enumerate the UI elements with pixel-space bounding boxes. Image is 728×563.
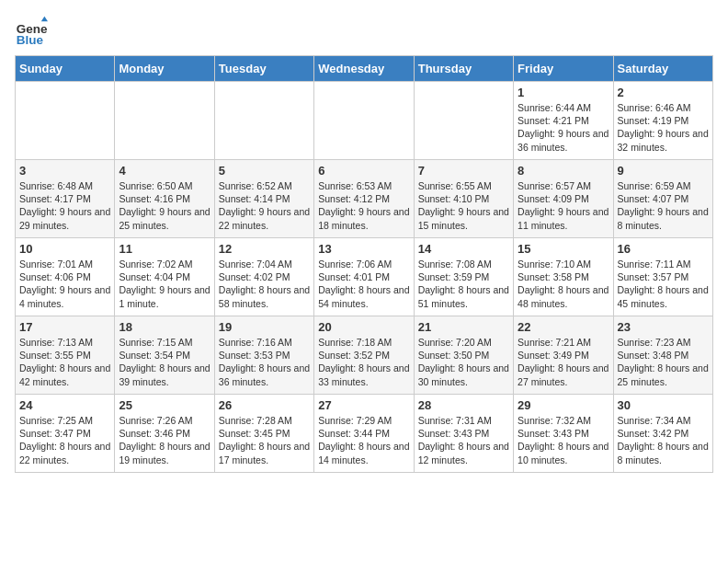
calendar-cell	[414, 82, 513, 160]
calendar-cell: 4Sunrise: 6:50 AM Sunset: 4:16 PM Daylig…	[115, 160, 214, 238]
day-number: 5	[219, 164, 310, 178]
calendar-table: SundayMondayTuesdayWednesdayThursdayFrid…	[15, 55, 713, 473]
day-number: 4	[119, 164, 210, 178]
calendar-body: 1Sunrise: 6:44 AM Sunset: 4:21 PM Daylig…	[16, 82, 713, 473]
day-number: 24	[19, 398, 110, 412]
day-info: Sunrise: 6:57 AM Sunset: 4:09 PM Dayligh…	[518, 179, 609, 232]
day-number: 19	[219, 320, 310, 334]
day-number: 18	[119, 320, 210, 334]
svg-text:Blue: Blue	[17, 33, 44, 47]
day-info: Sunrise: 6:55 AM Sunset: 4:10 PM Dayligh…	[418, 179, 509, 232]
calendar-cell	[314, 82, 414, 160]
calendar-cell: 23Sunrise: 7:23 AM Sunset: 3:48 PM Dayli…	[613, 316, 712, 395]
day-number: 25	[119, 398, 210, 412]
day-number: 20	[318, 320, 409, 334]
day-info: Sunrise: 7:10 AM Sunset: 3:58 PM Dayligh…	[518, 258, 609, 310]
day-number: 12	[219, 242, 310, 256]
day-info: Sunrise: 6:50 AM Sunset: 4:16 PM Dayligh…	[119, 179, 210, 232]
day-info: Sunrise: 7:20 AM Sunset: 3:50 PM Dayligh…	[418, 336, 509, 388]
day-info: Sunrise: 7:32 AM Sunset: 3:43 PM Dayligh…	[518, 414, 609, 466]
day-info: Sunrise: 7:02 AM Sunset: 4:04 PM Dayligh…	[119, 258, 210, 310]
calendar-cell: 30Sunrise: 7:34 AM Sunset: 3:42 PM Dayli…	[613, 395, 712, 473]
day-number: 27	[318, 398, 409, 412]
week-row-3: 10Sunrise: 7:01 AM Sunset: 4:06 PM Dayli…	[16, 238, 713, 316]
calendar-cell: 9Sunrise: 6:59 AM Sunset: 4:07 PM Daylig…	[613, 160, 712, 238]
logo-icon: General Blue	[15, 15, 48, 48]
day-info: Sunrise: 6:52 AM Sunset: 4:14 PM Dayligh…	[219, 179, 310, 232]
day-info: Sunrise: 7:26 AM Sunset: 3:46 PM Dayligh…	[119, 414, 210, 466]
calendar-cell	[16, 82, 115, 160]
day-number: 6	[318, 164, 409, 178]
calendar-cell: 21Sunrise: 7:20 AM Sunset: 3:50 PM Dayli…	[414, 316, 513, 395]
day-number: 1	[518, 86, 609, 99]
day-info: Sunrise: 7:13 AM Sunset: 3:55 PM Dayligh…	[19, 336, 110, 388]
day-info: Sunrise: 7:31 AM Sunset: 3:43 PM Dayligh…	[418, 414, 509, 466]
day-number: 8	[518, 164, 609, 178]
day-info: Sunrise: 7:29 AM Sunset: 3:44 PM Dayligh…	[318, 414, 409, 466]
day-info: Sunrise: 7:28 AM Sunset: 3:45 PM Dayligh…	[219, 414, 310, 466]
day-number: 2	[618, 86, 709, 99]
weekday-header-friday: Friday	[514, 56, 613, 82]
day-number: 14	[418, 242, 509, 256]
calendar-cell	[214, 82, 313, 160]
day-number: 16	[618, 242, 709, 256]
day-number: 10	[19, 242, 110, 256]
day-info: Sunrise: 7:04 AM Sunset: 4:02 PM Dayligh…	[219, 258, 310, 310]
day-info: Sunrise: 6:44 AM Sunset: 4:21 PM Dayligh…	[518, 101, 609, 154]
day-info: Sunrise: 6:53 AM Sunset: 4:12 PM Dayligh…	[318, 179, 409, 232]
logo: General Blue	[15, 15, 48, 48]
day-number: 17	[19, 320, 110, 334]
day-info: Sunrise: 7:15 AM Sunset: 3:54 PM Dayligh…	[119, 336, 210, 388]
day-info: Sunrise: 7:06 AM Sunset: 4:01 PM Dayligh…	[318, 258, 409, 310]
calendar-cell: 1Sunrise: 6:44 AM Sunset: 4:21 PM Daylig…	[514, 82, 613, 160]
day-info: Sunrise: 7:23 AM Sunset: 3:48 PM Dayligh…	[618, 336, 709, 388]
day-number: 9	[618, 164, 709, 178]
calendar-cell: 12Sunrise: 7:04 AM Sunset: 4:02 PM Dayli…	[214, 238, 313, 316]
day-number: 23	[618, 320, 709, 334]
day-info: Sunrise: 7:21 AM Sunset: 3:49 PM Dayligh…	[518, 336, 609, 388]
day-number: 30	[618, 398, 709, 412]
day-number: 21	[418, 320, 509, 334]
calendar-cell: 20Sunrise: 7:18 AM Sunset: 3:52 PM Dayli…	[314, 316, 414, 395]
svg-marker-2	[41, 17, 48, 21]
calendar-cell: 3Sunrise: 6:48 AM Sunset: 4:17 PM Daylig…	[16, 160, 115, 238]
weekday-header-monday: Monday	[115, 56, 214, 82]
weekday-header-tuesday: Tuesday	[214, 56, 313, 82]
calendar-cell: 13Sunrise: 7:06 AM Sunset: 4:01 PM Dayli…	[314, 238, 414, 316]
day-number: 11	[119, 242, 210, 256]
calendar-cell: 29Sunrise: 7:32 AM Sunset: 3:43 PM Dayli…	[514, 395, 613, 473]
calendar-cell: 18Sunrise: 7:15 AM Sunset: 3:54 PM Dayli…	[115, 316, 214, 395]
calendar-cell: 5Sunrise: 6:52 AM Sunset: 4:14 PM Daylig…	[214, 160, 313, 238]
day-info: Sunrise: 7:34 AM Sunset: 3:42 PM Dayligh…	[618, 414, 709, 466]
calendar-cell: 11Sunrise: 7:02 AM Sunset: 4:04 PM Dayli…	[115, 238, 214, 316]
day-number: 13	[318, 242, 409, 256]
weekday-header-saturday: Saturday	[613, 56, 712, 82]
weekday-header-wednesday: Wednesday	[314, 56, 414, 82]
day-info: Sunrise: 6:48 AM Sunset: 4:17 PM Dayligh…	[19, 179, 110, 232]
day-info: Sunrise: 6:46 AM Sunset: 4:19 PM Dayligh…	[618, 101, 709, 154]
weekday-header-sunday: Sunday	[16, 56, 115, 82]
calendar-cell: 10Sunrise: 7:01 AM Sunset: 4:06 PM Dayli…	[16, 238, 115, 316]
calendar-cell: 26Sunrise: 7:28 AM Sunset: 3:45 PM Dayli…	[214, 395, 313, 473]
week-row-2: 3Sunrise: 6:48 AM Sunset: 4:17 PM Daylig…	[16, 160, 713, 238]
day-info: Sunrise: 7:11 AM Sunset: 3:57 PM Dayligh…	[618, 258, 709, 310]
calendar-cell: 2Sunrise: 6:46 AM Sunset: 4:19 PM Daylig…	[613, 82, 712, 160]
calendar-cell	[115, 82, 214, 160]
day-number: 26	[219, 398, 310, 412]
week-row-4: 17Sunrise: 7:13 AM Sunset: 3:55 PM Dayli…	[16, 316, 713, 395]
calendar-cell: 8Sunrise: 6:57 AM Sunset: 4:09 PM Daylig…	[514, 160, 613, 238]
week-row-5: 24Sunrise: 7:25 AM Sunset: 3:47 PM Dayli…	[16, 395, 713, 473]
calendar-cell: 16Sunrise: 7:11 AM Sunset: 3:57 PM Dayli…	[613, 238, 712, 316]
header: General Blue	[15, 15, 713, 48]
calendar-cell: 27Sunrise: 7:29 AM Sunset: 3:44 PM Dayli…	[314, 395, 414, 473]
day-number: 3	[19, 164, 110, 178]
calendar-cell: 7Sunrise: 6:55 AM Sunset: 4:10 PM Daylig…	[414, 160, 513, 238]
day-info: Sunrise: 6:59 AM Sunset: 4:07 PM Dayligh…	[618, 179, 709, 232]
day-info: Sunrise: 7:01 AM Sunset: 4:06 PM Dayligh…	[19, 258, 110, 310]
day-number: 29	[518, 398, 609, 412]
day-info: Sunrise: 7:18 AM Sunset: 3:52 PM Dayligh…	[318, 336, 409, 388]
day-number: 15	[518, 242, 609, 256]
day-number: 22	[518, 320, 609, 334]
weekday-header-thursday: Thursday	[414, 56, 513, 82]
calendar-cell: 24Sunrise: 7:25 AM Sunset: 3:47 PM Dayli…	[16, 395, 115, 473]
